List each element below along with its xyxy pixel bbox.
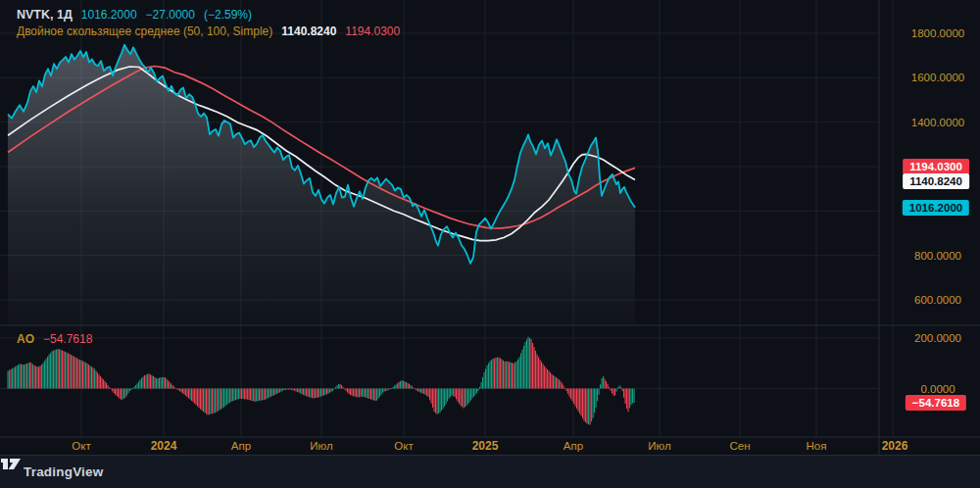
price-change-percent: (−2.59%) [204, 8, 252, 22]
price-badge: 1016.2000 [903, 200, 969, 216]
indicator-legend-row[interactable]: Двойное скользящее среднее (50, 100, Sim… [17, 24, 400, 38]
price-badge: 1194.0300 [903, 159, 969, 174]
ma50-value: 1140.8240 [281, 24, 336, 38]
price-axis-label: 800.0000 [914, 250, 961, 262]
ma100-value: 1194.0300 [345, 24, 400, 38]
time-axis-label: Апр [231, 440, 251, 452]
price-axis-label: 1400.0000 [911, 117, 964, 128]
time-axis-label: Окт [394, 440, 413, 452]
symbol-name[interactable]: NVTK, 1Д [17, 8, 73, 22]
brand-label[interactable]: TradingView [24, 464, 103, 479]
time-axis-label: Апр [564, 440, 583, 452]
price-axis-label: 1600.0000 [911, 72, 964, 83]
price-badge: 1140.8240 [903, 173, 969, 189]
indicator-title[interactable]: Двойное скользящее среднее (50, 100, Sim… [17, 24, 272, 38]
ao-title[interactable]: AO [17, 332, 34, 346]
chart-canvas[interactable] [0, 0, 980, 455]
tradingview-chart: NVTK, 1Д 1016.2000 −27.0000 (−2.59%) Дво… [0, 0, 980, 488]
bottom-toolbar: TradingView [0, 455, 980, 488]
price-axis-label: 1800.0000 [911, 27, 964, 39]
time-axis-label: 2024 [151, 439, 177, 453]
ao-axis-label: 200.0000 [914, 332, 961, 344]
ao-axis-label: 0.0000 [920, 383, 955, 395]
time-axis-label: Ноя [807, 440, 827, 452]
ao-value: −54.7618 [43, 332, 92, 346]
ao-legend-row[interactable]: AO −54.7618 [17, 332, 92, 346]
symbol-legend-row[interactable]: NVTK, 1Д 1016.2000 −27.0000 (−2.59%) [17, 8, 252, 22]
ao-badge: −54.7618 [906, 395, 966, 411]
time-axis-label: 2026 [882, 439, 908, 453]
time-axis-label: Июл [310, 440, 332, 452]
time-axis-label: 2025 [472, 439, 499, 453]
tradingview-logo[interactable] [0, 456, 25, 471]
price-change-value: −27.0000 [146, 8, 195, 22]
time-axis-label: Июл [648, 440, 670, 452]
price-axis-label: 600.0000 [914, 294, 961, 306]
last-price-value: 1016.2000 [81, 8, 137, 22]
time-axis-label: Сен [729, 440, 750, 452]
time-axis-label: Окт [72, 440, 90, 452]
